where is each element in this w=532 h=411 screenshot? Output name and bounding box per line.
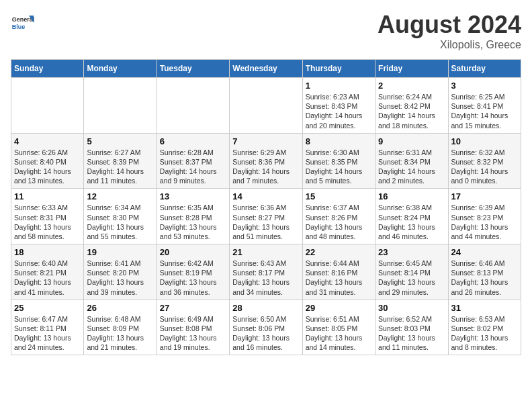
calendar-cell xyxy=(84,78,157,134)
calendar-cell: 25Sunrise: 6:47 AMSunset: 8:11 PMDayligh… xyxy=(11,300,84,355)
weekday-header: Monday xyxy=(84,60,157,78)
calendar-cell: 4Sunrise: 6:26 AMSunset: 8:40 PMDaylight… xyxy=(11,133,84,189)
day-info: Sunrise: 6:50 AMSunset: 8:06 PMDaylight:… xyxy=(232,314,299,353)
day-number: 1 xyxy=(306,81,372,91)
day-number: 30 xyxy=(378,303,445,313)
day-info: Sunrise: 6:48 AMSunset: 8:09 PMDaylight:… xyxy=(87,314,153,353)
calendar-cell: 21Sunrise: 6:43 AMSunset: 8:17 PMDayligh… xyxy=(230,244,302,300)
day-number: 8 xyxy=(306,136,372,146)
calendar-cell: 5Sunrise: 6:27 AMSunset: 8:39 PMDaylight… xyxy=(84,133,157,189)
day-number: 15 xyxy=(306,191,372,201)
calendar-cell: 7Sunrise: 6:29 AMSunset: 8:36 PMDaylight… xyxy=(230,133,302,189)
calendar-cell: 18Sunrise: 6:40 AMSunset: 8:21 PMDayligh… xyxy=(11,244,84,300)
logo: General Blue xyxy=(11,11,35,35)
day-info: Sunrise: 6:44 AMSunset: 8:16 PMDaylight:… xyxy=(306,259,372,297)
day-number: 20 xyxy=(160,247,226,257)
calendar-table: SundayMondayTuesdayWednesdayThursdayFrid… xyxy=(11,59,521,355)
title-block: August 2024 Xilopolis, Greece xyxy=(378,11,521,51)
day-info: Sunrise: 6:36 AMSunset: 8:27 PMDaylight:… xyxy=(232,203,299,241)
day-number: 18 xyxy=(14,247,81,257)
day-info: Sunrise: 6:53 AMSunset: 8:02 PMDaylight:… xyxy=(451,314,518,353)
calendar-cell: 11Sunrise: 6:33 AMSunset: 8:31 PMDayligh… xyxy=(11,189,84,244)
weekday-header: Wednesday xyxy=(230,60,302,78)
calendar-cell: 17Sunrise: 6:39 AMSunset: 8:23 PMDayligh… xyxy=(448,189,521,244)
day-info: Sunrise: 6:47 AMSunset: 8:11 PMDaylight:… xyxy=(14,314,81,353)
day-info: Sunrise: 6:29 AMSunset: 8:36 PMDaylight:… xyxy=(232,148,299,186)
day-number: 19 xyxy=(87,247,153,257)
day-info: Sunrise: 6:51 AMSunset: 8:05 PMDaylight:… xyxy=(306,314,372,353)
calendar-cell: 9Sunrise: 6:31 AMSunset: 8:34 PMDaylight… xyxy=(375,133,448,189)
day-info: Sunrise: 6:26 AMSunset: 8:40 PMDaylight:… xyxy=(14,148,81,186)
day-number: 11 xyxy=(14,191,81,201)
day-number: 25 xyxy=(14,303,81,313)
day-number: 29 xyxy=(306,303,372,313)
calendar-cell: 26Sunrise: 6:48 AMSunset: 8:09 PMDayligh… xyxy=(84,300,157,355)
weekday-header-row: SundayMondayTuesdayWednesdayThursdayFrid… xyxy=(11,60,521,78)
day-info: Sunrise: 6:43 AMSunset: 8:17 PMDaylight:… xyxy=(232,259,299,297)
calendar-week-row: 1Sunrise: 6:23 AMSunset: 8:43 PMDaylight… xyxy=(11,78,521,134)
calendar-cell: 6Sunrise: 6:28 AMSunset: 8:37 PMDaylight… xyxy=(157,133,229,189)
weekday-header: Saturday xyxy=(448,60,521,78)
calendar-cell: 2Sunrise: 6:24 AMSunset: 8:42 PMDaylight… xyxy=(375,78,448,134)
day-number: 26 xyxy=(87,303,153,313)
day-info: Sunrise: 6:34 AMSunset: 8:30 PMDaylight:… xyxy=(87,203,153,241)
day-info: Sunrise: 6:52 AMSunset: 8:03 PMDaylight:… xyxy=(378,314,445,353)
day-info: Sunrise: 6:41 AMSunset: 8:20 PMDaylight:… xyxy=(87,259,153,297)
calendar-cell: 16Sunrise: 6:38 AMSunset: 8:24 PMDayligh… xyxy=(375,189,448,244)
day-number: 7 xyxy=(232,136,299,146)
day-number: 5 xyxy=(87,136,153,146)
calendar-cell: 22Sunrise: 6:44 AMSunset: 8:16 PMDayligh… xyxy=(302,244,375,300)
calendar-cell: 29Sunrise: 6:51 AMSunset: 8:05 PMDayligh… xyxy=(302,300,375,355)
month-year-title: August 2024 xyxy=(378,11,521,39)
calendar-cell: 24Sunrise: 6:46 AMSunset: 8:13 PMDayligh… xyxy=(448,244,521,300)
calendar-cell: 31Sunrise: 6:53 AMSunset: 8:02 PMDayligh… xyxy=(448,300,521,355)
day-number: 22 xyxy=(306,247,372,257)
day-info: Sunrise: 6:49 AMSunset: 8:08 PMDaylight:… xyxy=(160,314,226,353)
calendar-cell xyxy=(157,78,229,134)
day-number: 28 xyxy=(232,303,299,313)
weekday-header: Thursday xyxy=(302,60,375,78)
weekday-header: Sunday xyxy=(11,60,84,78)
calendar-week-row: 4Sunrise: 6:26 AMSunset: 8:40 PMDaylight… xyxy=(11,133,521,189)
day-info: Sunrise: 6:39 AMSunset: 8:23 PMDaylight:… xyxy=(451,203,518,241)
day-info: Sunrise: 6:23 AMSunset: 8:43 PMDaylight:… xyxy=(306,92,372,130)
day-info: Sunrise: 6:32 AMSunset: 8:32 PMDaylight:… xyxy=(451,148,518,186)
calendar-cell: 15Sunrise: 6:37 AMSunset: 8:26 PMDayligh… xyxy=(302,189,375,244)
calendar-cell: 8Sunrise: 6:30 AMSunset: 8:35 PMDaylight… xyxy=(302,133,375,189)
day-number: 24 xyxy=(451,247,518,257)
day-number: 3 xyxy=(451,81,518,91)
day-number: 6 xyxy=(160,136,226,146)
day-number: 16 xyxy=(378,191,445,201)
logo-icon: General Blue xyxy=(11,11,35,35)
day-number: 14 xyxy=(232,191,299,201)
day-info: Sunrise: 6:24 AMSunset: 8:42 PMDaylight:… xyxy=(378,92,445,130)
calendar-cell: 10Sunrise: 6:32 AMSunset: 8:32 PMDayligh… xyxy=(448,133,521,189)
calendar-week-row: 11Sunrise: 6:33 AMSunset: 8:31 PMDayligh… xyxy=(11,189,521,244)
calendar-week-row: 18Sunrise: 6:40 AMSunset: 8:21 PMDayligh… xyxy=(11,244,521,300)
calendar-cell: 28Sunrise: 6:50 AMSunset: 8:06 PMDayligh… xyxy=(230,300,302,355)
calendar-cell: 12Sunrise: 6:34 AMSunset: 8:30 PMDayligh… xyxy=(84,189,157,244)
day-info: Sunrise: 6:46 AMSunset: 8:13 PMDaylight:… xyxy=(451,259,518,297)
day-info: Sunrise: 6:33 AMSunset: 8:31 PMDaylight:… xyxy=(14,203,81,241)
day-info: Sunrise: 6:31 AMSunset: 8:34 PMDaylight:… xyxy=(378,148,445,186)
calendar-cell: 20Sunrise: 6:42 AMSunset: 8:19 PMDayligh… xyxy=(157,244,229,300)
calendar-cell: 3Sunrise: 6:25 AMSunset: 8:41 PMDaylight… xyxy=(448,78,521,134)
weekday-header: Friday xyxy=(375,60,448,78)
svg-text:Blue: Blue xyxy=(12,24,26,30)
calendar-cell xyxy=(11,78,84,134)
calendar-cell: 1Sunrise: 6:23 AMSunset: 8:43 PMDaylight… xyxy=(302,78,375,134)
day-info: Sunrise: 6:38 AMSunset: 8:24 PMDaylight:… xyxy=(378,203,445,241)
day-info: Sunrise: 6:25 AMSunset: 8:41 PMDaylight:… xyxy=(451,92,518,130)
day-number: 17 xyxy=(451,191,518,201)
day-info: Sunrise: 6:42 AMSunset: 8:19 PMDaylight:… xyxy=(160,259,226,297)
day-number: 4 xyxy=(14,136,81,146)
day-number: 27 xyxy=(160,303,226,313)
day-number: 13 xyxy=(160,191,226,201)
day-info: Sunrise: 6:45 AMSunset: 8:14 PMDaylight:… xyxy=(378,259,445,297)
calendar-cell: 14Sunrise: 6:36 AMSunset: 8:27 PMDayligh… xyxy=(230,189,302,244)
day-number: 12 xyxy=(87,191,153,201)
calendar-cell: 30Sunrise: 6:52 AMSunset: 8:03 PMDayligh… xyxy=(375,300,448,355)
day-info: Sunrise: 6:40 AMSunset: 8:21 PMDaylight:… xyxy=(14,259,81,297)
page-header: General Blue August 2024 Xilopolis, Gree… xyxy=(11,11,521,51)
day-number: 31 xyxy=(451,303,518,313)
